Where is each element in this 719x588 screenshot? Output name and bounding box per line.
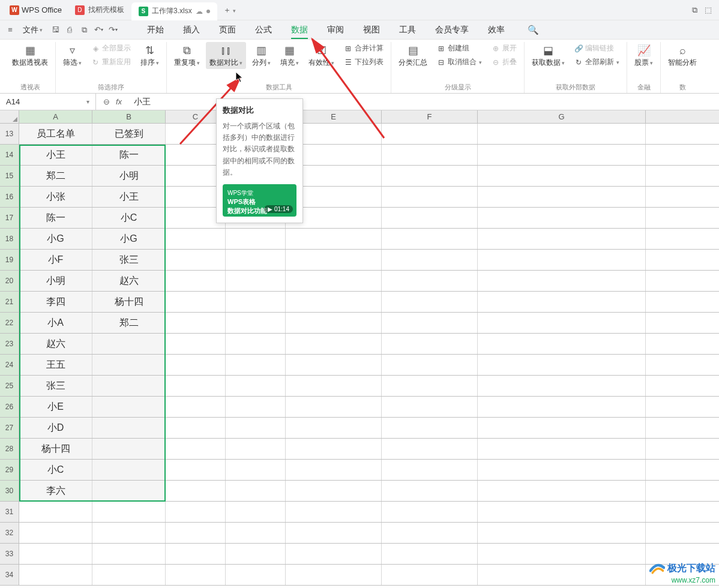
cell[interactable] (92, 460, 166, 480)
cell[interactable] (226, 481, 286, 501)
cell[interactable] (226, 544, 286, 564)
cell[interactable] (166, 418, 226, 438)
cell[interactable]: 小C (19, 460, 92, 480)
cell[interactable] (478, 523, 646, 543)
cell[interactable] (166, 544, 226, 564)
cell[interactable] (226, 376, 286, 396)
cell[interactable] (382, 481, 478, 501)
cell[interactable] (478, 334, 646, 354)
cell[interactable] (286, 481, 382, 501)
cell[interactable] (382, 145, 478, 165)
filter-button[interactable]: ▿ 筛选▾ (59, 42, 85, 69)
cell[interactable] (166, 313, 226, 333)
cell[interactable]: 小A (19, 313, 92, 333)
row-header[interactable]: 23 (0, 334, 19, 354)
row-header[interactable]: 13 (0, 124, 19, 144)
show-all-button[interactable]: ◈全部显示 (88, 42, 134, 55)
cell[interactable] (226, 229, 286, 249)
cell[interactable] (478, 481, 646, 501)
cell[interactable] (226, 292, 286, 312)
cell[interactable] (382, 313, 478, 333)
cell[interactable] (166, 397, 226, 417)
pivot-table-button[interactable]: ▦ 数据透视表 (8, 42, 52, 69)
menu-tab-formula[interactable]: 公式 (245, 21, 281, 39)
cell[interactable] (382, 565, 478, 585)
cell[interactable] (286, 313, 382, 333)
expand-button[interactable]: ⊕展开 (488, 42, 520, 55)
col-header-A[interactable]: A (19, 110, 92, 123)
name-box[interactable]: A14 ▾ (0, 94, 96, 110)
cell[interactable] (166, 439, 226, 459)
dropdown-list-button[interactable]: ☰下拉列表 (340, 56, 387, 68)
cell[interactable]: 小王 (19, 145, 92, 165)
smart-analysis-button[interactable]: ⌕ 智能分析 (664, 42, 700, 69)
cell[interactable]: 郑二 (19, 166, 92, 186)
group-button[interactable]: ⊞创建组 (433, 42, 486, 55)
cell[interactable] (478, 565, 646, 585)
cell[interactable] (382, 229, 478, 249)
cell[interactable] (478, 145, 646, 165)
cell[interactable] (226, 271, 286, 291)
edit-link-button[interactable]: 🔗编辑链接 (571, 42, 623, 55)
cell[interactable]: 小E (19, 397, 92, 417)
cell[interactable] (286, 439, 382, 459)
search-icon[interactable]: 🔍 (528, 25, 539, 35)
cell[interactable] (92, 481, 166, 501)
tab-file[interactable]: S 工作簿3.xlsx ☁ (131, 2, 217, 20)
cell[interactable] (286, 376, 382, 396)
menu-tab-review[interactable]: 审阅 (317, 21, 353, 39)
cell[interactable]: 杨十四 (19, 439, 92, 459)
cell[interactable]: 小C (92, 208, 166, 228)
cell[interactable]: 张三 (92, 250, 166, 270)
merge-calc-button[interactable]: ⊞合并计算 (340, 42, 387, 55)
undo-icon[interactable]: ↶▾ (93, 25, 104, 35)
cell[interactable] (478, 397, 646, 417)
row-header[interactable]: 14 (0, 145, 19, 165)
window-cascade-icon[interactable]: ⧉ (692, 5, 697, 15)
menu-tab-efficiency[interactable]: 效率 (478, 21, 514, 39)
cell[interactable]: 小G (19, 229, 92, 249)
stock-button[interactable]: 📈 股票▾ (631, 42, 657, 69)
menu-tab-insert[interactable]: 插入 (173, 21, 209, 39)
cell[interactable] (478, 313, 646, 333)
cancel-icon[interactable]: ⊖ (103, 97, 110, 106)
cell[interactable] (286, 418, 382, 438)
subtotal-button[interactable]: ▤ 分类汇总 (395, 42, 431, 69)
preview-icon[interactable]: ⧉ (79, 25, 89, 35)
data-compare-button[interactable]: ⫿⫿ 数据对比▾ (206, 42, 246, 69)
cell[interactable] (478, 544, 646, 564)
print-icon[interactable]: ⎙ (64, 25, 75, 35)
cell[interactable]: 陈一 (19, 208, 92, 228)
col-header-G[interactable]: G (478, 110, 646, 123)
cell[interactable] (226, 355, 286, 375)
cell[interactable] (382, 208, 478, 228)
cell[interactable] (166, 460, 226, 480)
cell[interactable] (286, 355, 382, 375)
cell[interactable] (478, 502, 646, 522)
cell[interactable] (166, 523, 226, 543)
row-header[interactable]: 24 (0, 355, 19, 375)
cell[interactable] (382, 355, 478, 375)
cell[interactable] (166, 229, 226, 249)
cell[interactable] (478, 376, 646, 396)
menu-tab-member[interactable]: 会员专享 (426, 21, 478, 39)
collapse-button[interactable]: ⊖折叠 (488, 56, 520, 68)
cell[interactable] (478, 460, 646, 480)
row-header[interactable]: 20 (0, 271, 19, 291)
cell[interactable]: 员工名单 (19, 124, 92, 144)
redo-icon[interactable]: ↷▾ (107, 25, 118, 35)
cube-icon[interactable]: ⬚ (705, 5, 712, 15)
select-all-corner[interactable] (0, 110, 19, 123)
cell[interactable] (382, 418, 478, 438)
spreadsheet[interactable]: A B C D E F G 13员工名单已签到14小王陈一15郑二小明16小张小… (0, 110, 719, 586)
cell[interactable] (382, 397, 478, 417)
row-header[interactable]: 30 (0, 481, 19, 501)
cell[interactable] (478, 187, 646, 207)
cell[interactable] (478, 355, 646, 375)
file-menu[interactable]: 文件▾ (19, 25, 46, 35)
cell[interactable] (478, 271, 646, 291)
cell[interactable]: 已签到 (92, 124, 166, 144)
cell[interactable] (286, 292, 382, 312)
cell[interactable] (478, 418, 646, 438)
cell[interactable] (478, 229, 646, 249)
